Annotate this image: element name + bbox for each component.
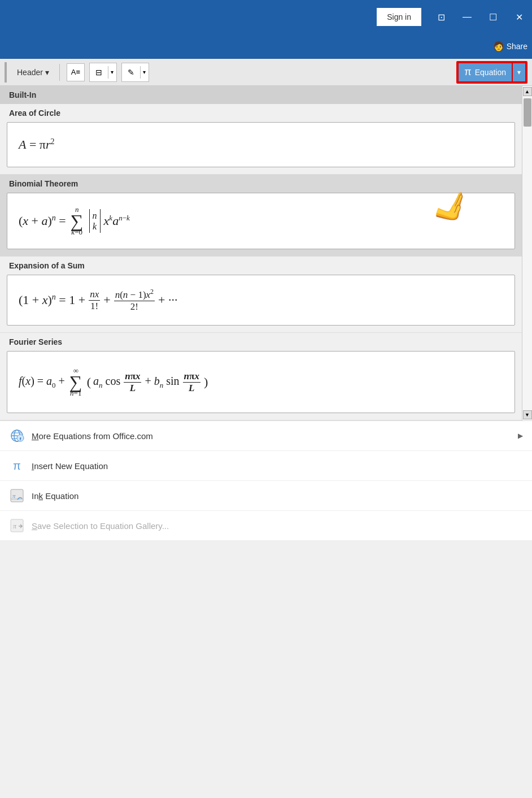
fourier-series-section[interactable]: Fourier Series f(x) = a0 + ∞ ∑ n=1 ( an … [0, 333, 522, 420]
area-circle-section[interactable]: Area of Circle A = πr2 [0, 104, 522, 175]
dropdown-container: Built-In Area of Circle A = πr2 Binomial… [0, 86, 532, 420]
svg-text:f: f [20, 436, 21, 441]
fourier-series-label: Fourier Series [0, 333, 522, 349]
edit-button[interactable]: ✎ [122, 63, 140, 81]
minimize-button[interactable]: — [454, 0, 480, 34]
save-selection-underline-s: S [32, 521, 37, 531]
equation-dropdown-arrow-icon: ▾ [517, 68, 521, 76]
binomial-theorem-label: Binomial Theorem [0, 175, 522, 190]
more-equations-menu-item[interactable]: f More Equations from Office.com ▶ [0, 421, 532, 451]
save-selection-icon: π [9, 518, 25, 534]
ink-equation-menu-item[interactable]: π Ink Equation [0, 481, 532, 511]
svg-text:π: π [12, 492, 16, 499]
edit-dropdown[interactable]: ▾ [141, 63, 149, 81]
table-icon-group: ⊟ ▾ [89, 63, 117, 82]
text-align-button[interactable]: A≡ [67, 63, 85, 81]
equation-main-button[interactable]: π Equation [457, 62, 513, 83]
insert-new-equation-menu-item[interactable]: π Insert New Equation [0, 451, 532, 481]
fourier-series-equation: f(x) = a0 + ∞ ∑ n=1 ( an cos nπx L + bn … [19, 366, 208, 398]
ink-equation-underline-k: k [39, 491, 43, 501]
bottom-menu: f More Equations from Office.com ▶ π Ins… [0, 420, 532, 541]
restore-icon: ⊡ [438, 12, 445, 23]
person-icon: 🧑 [493, 41, 504, 51]
expansion-sum-section[interactable]: Expansion of a Sum (1 + x)n = 1 + nx 1! … [0, 257, 522, 333]
expansion-sum-label: Expansion of a Sum [0, 257, 522, 272]
ink-equation-icon: π [9, 488, 25, 504]
ribbon-bar: Header ▾ A≡ ⊟ ▾ ✎ ▾ π Equation [0, 59, 532, 86]
insert-equation-icon: π [9, 458, 25, 474]
header-arrow-icon: ▾ [45, 68, 49, 77]
binomial-theorem-equation-box[interactable]: (x + a)n = n ∑ k=0 n k xkan−k [7, 193, 515, 249]
sign-in-button[interactable]: Sign in [377, 8, 421, 26]
header-dropdown-button[interactable]: Header ▾ [14, 66, 53, 79]
save-selection-label: Save Selection to Equation Gallery... [32, 521, 169, 531]
expansion-sum-equation: (1 + x)n = 1 + nx 1! + n(n − 1)x2 2! + ·… [19, 288, 178, 313]
share-label: Share [507, 42, 527, 51]
title-bar: Sign in ⊡ — ☐ ✕ [0, 0, 532, 34]
panel-content: Built-In Area of Circle A = πr2 Binomial… [0, 86, 522, 420]
share-bar: 🧑 Share [0, 34, 532, 59]
equation-label: Equation [475, 68, 506, 77]
scroll-down-button[interactable]: ▼ [523, 410, 532, 419]
maximize-icon: ☐ [489, 12, 497, 23]
close-button[interactable]: ✕ [506, 0, 532, 34]
scrollbar: ▲ ▼ [522, 86, 532, 420]
area-circle-equation: A = πr2 [19, 137, 55, 152]
table-button[interactable]: ⊟ [90, 63, 108, 81]
more-equations-underline-m: M [32, 431, 39, 441]
svg-text:π: π [13, 522, 17, 530]
save-selection-menu-item[interactable]: π Save Selection to Equation Gallery... [0, 511, 532, 541]
left-edge-bar [5, 62, 7, 83]
area-circle-equation-box[interactable]: A = πr2 [7, 122, 515, 167]
equation-button-group: π Equation ▾ [456, 61, 527, 84]
ribbon-separator-1 [59, 64, 60, 81]
insert-new-equation-label: Insert New Equation [32, 461, 108, 471]
app-window: Sign in ⊡ — ☐ ✕ 🧑 Share Header ▾ A≡ [0, 0, 532, 541]
builtin-header: Built-In [0, 86, 522, 104]
share-button[interactable]: 🧑 Share [493, 41, 527, 51]
header-label: Header [17, 68, 43, 77]
restore-window-button[interactable]: ⊡ [428, 0, 454, 34]
more-equations-label: More Equations from Office.com [32, 431, 153, 441]
expansion-sum-equation-box[interactable]: (1 + x)n = 1 + nx 1! + n(n − 1)x2 2! + ·… [7, 275, 515, 326]
table-dropdown[interactable]: ▾ [108, 63, 116, 81]
scroll-up-button[interactable]: ▲ [523, 87, 532, 96]
minimize-icon: — [463, 12, 472, 22]
more-equations-icon: f [9, 428, 25, 444]
builtin-label: Built-In [9, 90, 36, 99]
text-align-icon: A≡ [71, 68, 80, 76]
ink-equation-label: Ink Equation [32, 491, 79, 501]
binomial-theorem-equation: (x + a)n = n ∑ k=0 n k xkan−k [19, 205, 130, 237]
more-equations-arrow-icon: ▶ [518, 432, 523, 440]
scroll-thumb[interactable] [524, 98, 531, 127]
fourier-series-equation-box[interactable]: f(x) = a0 + ∞ ∑ n=1 ( an cos nπx L + bn … [7, 351, 515, 413]
binomial-theorem-section[interactable]: Binomial Theorem (x + a)n = n ∑ k=0 n k [0, 175, 522, 257]
equation-dropdown-button[interactable]: ▾ [513, 62, 526, 83]
edit-icon-group: ✎ ▾ [121, 63, 149, 82]
close-icon: ✕ [516, 12, 523, 23]
pi-icon: π [464, 66, 471, 78]
maximize-button[interactable]: ☐ [480, 0, 506, 34]
edit-icon: ✎ [128, 68, 134, 77]
table-icon: ⊟ [95, 68, 102, 77]
area-circle-label: Area of Circle [0, 104, 522, 120]
